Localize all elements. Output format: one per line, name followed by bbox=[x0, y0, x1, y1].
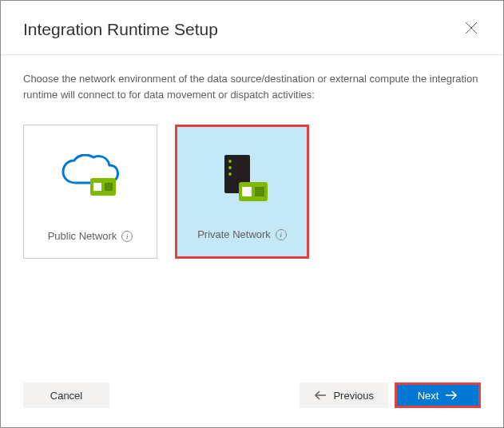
dialog-footer: Cancel Previous Next bbox=[1, 368, 503, 427]
arrow-right-icon bbox=[445, 390, 458, 400]
public-network-option[interactable]: Public Network i bbox=[23, 125, 157, 259]
svg-point-6 bbox=[228, 160, 232, 163]
private-network-option[interactable]: Private Network i bbox=[175, 125, 309, 259]
info-icon[interactable]: i bbox=[276, 229, 287, 240]
svg-point-7 bbox=[228, 166, 232, 169]
previous-button-label: Previous bbox=[333, 390, 374, 402]
dialog-description: Choose the network environment of the da… bbox=[1, 55, 503, 109]
cloud-network-icon bbox=[58, 125, 122, 230]
close-icon bbox=[465, 22, 478, 34]
cancel-button-label: Cancel bbox=[50, 390, 82, 402]
public-network-label-row: Public Network i bbox=[48, 230, 133, 242]
svg-point-8 bbox=[228, 172, 232, 176]
svg-rect-3 bbox=[93, 183, 101, 191]
private-network-label-row: Private Network i bbox=[197, 228, 287, 240]
next-button[interactable]: Next bbox=[395, 382, 481, 408]
close-button[interactable] bbox=[462, 18, 481, 40]
private-network-label: Private Network bbox=[197, 228, 271, 240]
network-options: Public Network i Private Network i bbox=[1, 109, 503, 275]
dialog-header: Integration Runtime Setup bbox=[1, 1, 503, 55]
svg-rect-10 bbox=[242, 187, 252, 196]
server-network-icon bbox=[210, 127, 274, 228]
cancel-button[interactable]: Cancel bbox=[23, 382, 109, 408]
info-icon[interactable]: i bbox=[121, 231, 133, 242]
previous-button[interactable]: Previous bbox=[300, 382, 388, 408]
svg-rect-11 bbox=[255, 187, 264, 196]
public-network-label: Public Network bbox=[48, 230, 117, 242]
svg-rect-4 bbox=[105, 183, 113, 191]
dialog-title: Integration Runtime Setup bbox=[23, 20, 218, 39]
integration-runtime-setup-dialog: Integration Runtime Setup Choose the net… bbox=[1, 1, 503, 427]
next-button-label: Next bbox=[418, 390, 439, 402]
arrow-left-icon bbox=[314, 390, 327, 400]
